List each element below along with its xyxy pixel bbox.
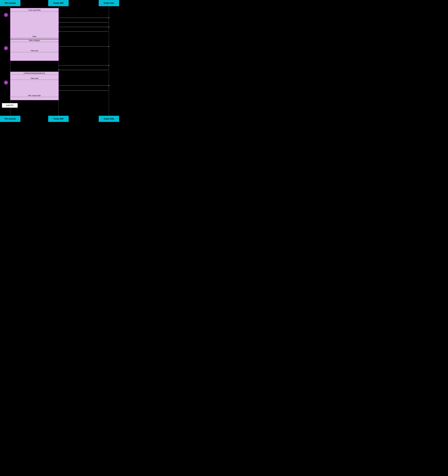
- filter-configure-label: Filter.configure: [29, 40, 40, 41]
- step-3-label: 3: [6, 82, 6, 84]
- footer-hal-label: Tuner HAL: [103, 118, 115, 120]
- step-2-label: 2: [6, 47, 6, 49]
- svg-rect-9: [10, 8, 59, 39]
- svg-marker-47: [9, 96, 11, 97]
- header-tis-label: TIS section: [4, 2, 16, 4]
- filter-output-label: filter output data: [28, 95, 41, 96]
- filter-start-label: Filter.start: [31, 50, 38, 52]
- svg-marker-39: [9, 74, 11, 75]
- svg-marker-22: [9, 37, 11, 38]
- build-psi-label: build PSI: [6, 104, 13, 106]
- tuner-open-filter-label: Tuner.openFilter: [28, 9, 41, 11]
- footer-api-label: Tuner API: [53, 118, 63, 120]
- step-1-label: 1: [6, 14, 6, 16]
- header-api-label: Tuner API: [53, 2, 63, 4]
- filter-read-label: Filter.read: [31, 77, 38, 79]
- header-hal-label: Tuner HAL: [103, 2, 115, 4]
- footer-tis-label: TIS section: [4, 118, 16, 120]
- filter-return-label: Filter: [33, 35, 36, 37]
- on-filter-event-label: onFilterEvent(SectionEvent): [24, 72, 45, 74]
- diagram-container: TIS section Tuner API Tuner HAL TIS sect…: [0, 0, 122, 122]
